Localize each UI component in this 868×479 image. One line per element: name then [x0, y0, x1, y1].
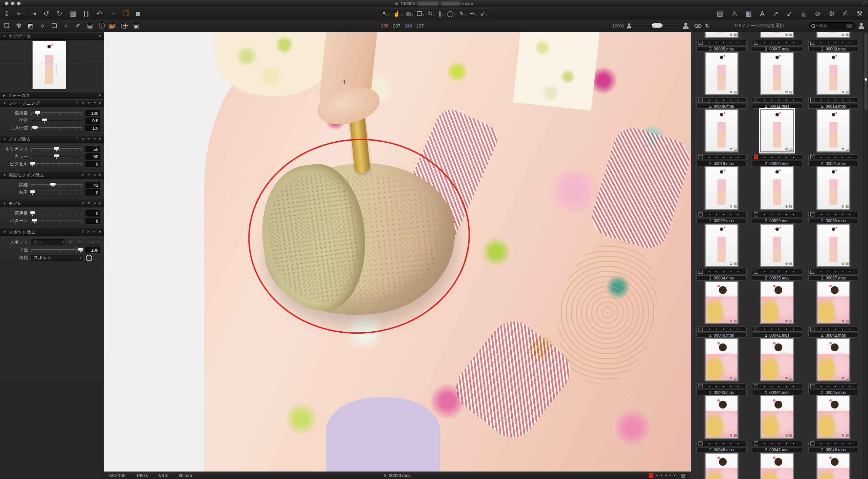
panel-header-navigator[interactable]: ▼ ナビゲータ ▾: [0, 32, 104, 40]
slider-thumb[interactable]: [30, 211, 35, 214]
thumbnail-cell[interactable]: ⚙▤: [695, 453, 748, 479]
slider[interactable]: [31, 111, 82, 116]
presets-icon[interactable]: ≡: [94, 101, 96, 105]
tab-metadata-icon[interactable]: ⓘ: [98, 22, 106, 30]
rotate-cw-icon[interactable]: ↻: [57, 10, 62, 17]
thumbnail-photo[interactable]: ⚙▤: [761, 167, 793, 209]
thumbnail-cell[interactable]: ⚙▤2_00022.mos: [695, 166, 748, 223]
slider-value[interactable]: 50: [85, 153, 100, 160]
sort-icon[interactable]: ⇅: [705, 23, 709, 29]
panel-header-noise-reduction[interactable]: ▼ ノイズ除去 ?⇗↶≡▾: [0, 135, 104, 143]
list-icon[interactable]: ▤: [681, 473, 685, 478]
reset-icon[interactable]: ↶: [87, 137, 91, 141]
keystone-tool-icon[interactable]: ∥: [438, 10, 441, 17]
rating-dots[interactable]: [758, 157, 800, 158]
panel-header-sharpening[interactable]: ▼ シャープニング ?⇗↶≡▾: [0, 99, 104, 107]
rating-bar[interactable]: [696, 326, 747, 332]
tool-caret-icon[interactable]: ▾: [442, 14, 443, 17]
browser-scrollbar[interactable]: [863, 32, 868, 479]
rating-bar[interactable]: [752, 441, 802, 446]
thumbnail-photo[interactable]: ⚙▤: [706, 167, 737, 209]
slider-thumb[interactable]: [78, 248, 83, 251]
print-icon[interactable]: ⎙: [843, 10, 848, 17]
rating-dots[interactable]: [703, 329, 745, 330]
panel-header-moire[interactable]: ▼ モアレ ⇗↶≡▾: [0, 200, 104, 207]
slider-value[interactable]: 0: [85, 161, 100, 167]
rating-bar[interactable]: [808, 154, 859, 160]
stepper-icon[interactable]: ▴▾: [78, 256, 81, 259]
reset-icon[interactable]: ↶: [87, 202, 91, 205]
help-icon[interactable]: ?: [76, 101, 78, 105]
thumbnail-cell[interactable]: ⚙▤2_00011.mos: [750, 52, 804, 109]
tag-checkbox[interactable]: [810, 384, 814, 388]
thumbnail-filename[interactable]: 2_00042.mos: [808, 333, 859, 338]
thumbnail-photo[interactable]: ⚙▤: [817, 110, 849, 151]
thumbnail-filename[interactable]: 2_00030.mos: [808, 218, 859, 223]
rating-bar[interactable]: [752, 326, 802, 332]
thumbnail-cell[interactable]: ⚙▤2_00048.mos: [807, 395, 860, 452]
rating-dot[interactable]: [661, 475, 662, 476]
rating-bar[interactable]: [808, 212, 859, 217]
settings-gear-icon[interactable]: ⚙: [829, 10, 835, 17]
tag-checkbox[interactable]: [698, 212, 703, 216]
rating-bar[interactable]: [808, 326, 859, 332]
nav-forward-icon[interactable]: ⇥: [31, 10, 36, 17]
rating-dots[interactable]: [703, 42, 745, 43]
rating-bar[interactable]: [696, 40, 747, 45]
thumbnail-filename[interactable]: 2_00022.mos: [696, 218, 747, 223]
thumbnail-filename[interactable]: 2_00048.mos: [808, 447, 859, 452]
thumbnail-photo[interactable]: ⚙▤: [817, 339, 849, 380]
expand-icon[interactable]: ⇗: [81, 101, 84, 105]
rating-dots[interactable]: [758, 100, 800, 101]
redo-icon[interactable]: ↷: [110, 10, 115, 17]
thumbnail-frame[interactable]: ⚙▤: [816, 224, 850, 267]
slider-value[interactable]: 100: [85, 247, 100, 253]
tab-details-icon[interactable]: ⌕: [62, 22, 70, 29]
slider[interactable]: [31, 118, 82, 123]
thumbnail-frame[interactable]: ⚙▤: [816, 52, 850, 95]
thumbnail-filename[interactable]: 2_00037.mos: [808, 275, 859, 280]
brush-tool-icon[interactable]: ✎: [459, 10, 464, 17]
navigator-thumbnail[interactable]: [33, 41, 66, 89]
tool-caret-icon[interactable]: ▾: [454, 14, 455, 17]
thumbnail-filename[interactable]: 2_00034.mos: [696, 275, 747, 280]
collapse-icon[interactable]: ▾: [99, 101, 101, 105]
thumbnail-photo[interactable]: ⚙▤: [817, 282, 849, 323]
slider[interactable]: [31, 183, 82, 187]
thumbnail-frame[interactable]: ⚙▤: [816, 281, 850, 324]
thumbnail-frame[interactable]: ⚙▤: [760, 338, 794, 381]
slider-thumb[interactable]: [54, 154, 59, 157]
browser-zoom-person-icon[interactable]: [858, 23, 865, 29]
tab-crop-icon[interactable]: ❑: [50, 22, 58, 29]
tag-checkbox[interactable]: [754, 212, 758, 216]
pan-tool-icon[interactable]: ☝: [393, 10, 400, 17]
rating-bar[interactable]: [808, 441, 859, 446]
thumbnail-filename[interactable]: 2_00043.mos: [696, 390, 747, 395]
thumbnail-photo[interactable]: ⚙▤: [761, 396, 793, 438]
rating-dots[interactable]: [814, 271, 856, 272]
thumbnail-frame[interactable]: ⚙▤: [816, 338, 850, 381]
thumbnail-cell[interactable]: ⚙▤2_00047.mos: [750, 395, 804, 452]
thumbnail-frame[interactable]: ⚙▤: [705, 281, 738, 324]
slider-thumb[interactable]: [30, 162, 35, 165]
thumbnail-filename[interactable]: 2_00021.mos: [808, 161, 859, 166]
view-grid-icon[interactable]: ▦: [107, 22, 116, 29]
expand-icon[interactable]: ⇗: [81, 137, 84, 141]
thumbnail-cell[interactable]: ⚙▤2_00042.mos: [807, 281, 860, 338]
slider-thumb[interactable]: [42, 119, 47, 121]
tool-caret-icon[interactable]: ▾: [475, 14, 477, 17]
slider-thumb[interactable]: [54, 147, 59, 150]
thumbnail-frame[interactable]: ⚙▤: [760, 395, 794, 439]
thumbnail-cell[interactable]: ⚙▤2_00021.mos: [807, 109, 860, 166]
thumbnail-photo[interactable]: ⚙▤: [761, 32, 793, 37]
tool-caret-icon[interactable]: ▾: [412, 14, 413, 17]
tag-checkbox[interactable]: [698, 441, 703, 445]
proof-margin-icon[interactable]: ▤: [717, 10, 723, 17]
spot-delete-button[interactable]: –: [85, 239, 100, 246]
rating-bar[interactable]: [808, 269, 859, 274]
rating-dots[interactable]: [814, 214, 856, 215]
rating-bar[interactable]: [696, 269, 747, 274]
color-tag-red[interactable]: [754, 155, 758, 159]
select-tool-icon[interactable]: ↖: [382, 10, 387, 17]
tag-checkbox[interactable]: [810, 98, 814, 102]
